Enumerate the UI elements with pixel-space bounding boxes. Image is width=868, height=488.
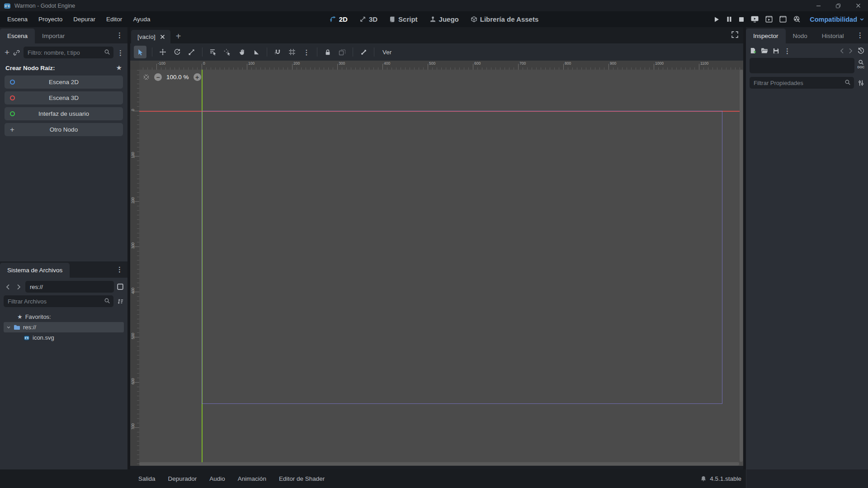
inspector-filter-input[interactable] [750, 77, 854, 89]
grid-snap-button[interactable] [287, 47, 297, 57]
list-select-button[interactable] [208, 47, 218, 57]
bottom-tab-shader-editor[interactable]: Editor de Shader [273, 475, 331, 482]
workspace-script[interactable]: Script [389, 15, 418, 23]
fs-sort-icon[interactable] [117, 298, 124, 305]
menu-editor[interactable]: Editor [101, 16, 127, 23]
instance-scene-icon[interactable] [13, 49, 20, 56]
move-mode-button[interactable] [158, 47, 168, 57]
inspector-menu-icon[interactable]: ⋮ [857, 32, 863, 38]
add-scene-tab-button[interactable]: + [176, 31, 181, 42]
fs-forward-icon[interactable] [14, 284, 23, 290]
play-custom-scene-button[interactable] [779, 16, 787, 23]
resource-menu-icon[interactable]: ⋮ [784, 47, 791, 54]
tab-nodo[interactable]: Nodo [786, 28, 815, 43]
tab-inspector[interactable]: Inspector [746, 28, 786, 43]
notification-bell-icon[interactable] [700, 475, 707, 482]
canvas-vertical-scrollbar[interactable] [740, 70, 743, 462]
close-tab-icon[interactable] [160, 34, 165, 39]
favorite-star-icon[interactable]: ★ [116, 64, 122, 72]
create-root-label: Crear Nodo Raíz: [5, 65, 116, 71]
pause-button[interactable] [726, 16, 732, 22]
bottom-tab-animacion[interactable]: Animación [231, 475, 273, 482]
resource-name-field[interactable] [750, 58, 854, 73]
fs-back-icon[interactable] [4, 284, 12, 290]
create-3d-scene-button[interactable]: Escena 3D [5, 91, 123, 104]
play-remote-button[interactable] [751, 16, 759, 23]
close-button[interactable] [848, 0, 868, 11]
favorites-row[interactable]: ★ Favoritos: [0, 312, 127, 322]
workspace-2d[interactable]: 2D [330, 15, 348, 23]
2d-icon [330, 16, 336, 23]
fs-path-field[interactable]: res:// [25, 281, 114, 293]
history-forward-icon[interactable] [849, 48, 853, 54]
scale-mode-button[interactable] [187, 47, 197, 57]
scene-tab-vacio[interactable]: [vacío] [131, 30, 170, 43]
menu-ayuda[interactable]: Ayuda [127, 16, 156, 23]
play-button[interactable] [713, 16, 720, 23]
tab-sistema-de-archivos[interactable]: Sistema de Archivos [0, 263, 70, 278]
zoom-in-button[interactable]: + [193, 73, 201, 81]
filesystem-dock-tabstrip: Sistema de Archivos ⋮ [0, 261, 127, 278]
history-back-icon[interactable] [840, 48, 844, 54]
create-2d-scene-button[interactable]: Escena 2D [5, 76, 123, 89]
menu-depurar[interactable]: Depurar [68, 16, 101, 23]
workspace-juego[interactable]: Juego [429, 15, 459, 23]
tab-historial[interactable]: Historial [815, 28, 851, 43]
menu-escena[interactable]: Escena [2, 16, 33, 23]
menu-proyecto[interactable]: Proyecto [33, 16, 68, 23]
view-menu[interactable]: Ver [380, 49, 394, 56]
chevron-down-icon[interactable] [6, 325, 11, 330]
new-resource-icon[interactable] [750, 47, 756, 54]
load-resource-icon[interactable] [761, 47, 768, 54]
version-label[interactable]: 4.5.1.stable [710, 475, 741, 482]
tab-importar[interactable]: Importar [35, 28, 72, 43]
minimize-button[interactable] [808, 0, 828, 11]
viewport-canvas[interactable]: − 100.0 % + [139, 70, 743, 466]
workspace-3d[interactable]: 3D [359, 15, 377, 23]
add-node-button[interactable]: + [5, 49, 9, 56]
left-dock-column: Escena Importar ⋮ + ⋮ Crear Nodo Raíz: ★… [0, 27, 127, 469]
search-icon [104, 49, 110, 55]
open-docs-icon[interactable]: DOC [857, 58, 864, 69]
fs-filter-input[interactable] [4, 295, 113, 307]
search-icon [844, 79, 851, 85]
scene-tree-menu-icon[interactable]: ⋮ [117, 49, 124, 56]
snap-options-menu-icon[interactable]: ⋮ [302, 47, 311, 57]
bottom-tab-salida[interactable]: Salida [132, 475, 162, 482]
bottom-tab-depurador[interactable]: Depurador [162, 475, 203, 482]
tab-escena[interactable]: Escena [0, 28, 35, 43]
lock-node-button[interactable] [323, 47, 333, 57]
center-view-icon[interactable] [143, 74, 150, 81]
bottom-tab-audio[interactable]: Audio [203, 475, 231, 482]
filesystem-menu-icon[interactable]: ⋮ [116, 266, 123, 273]
restore-button[interactable] [828, 0, 848, 11]
fs-split-mode-icon[interactable] [117, 283, 124, 290]
expand-viewport-icon[interactable] [731, 31, 739, 38]
object-history-icon[interactable] [857, 47, 864, 54]
create-other-node-button[interactable]: + Otro Nodo [5, 123, 123, 136]
group-node-button[interactable] [337, 47, 347, 57]
icon-svg-row[interactable]: icon.svg [0, 332, 127, 343]
skeleton-options-button[interactable] [359, 47, 368, 57]
scene-filter-input[interactable] [24, 47, 113, 58]
zoom-level[interactable]: 100.0 % [166, 74, 189, 81]
scene-dock-menu-icon[interactable]: ⋮ [116, 32, 123, 38]
property-tune-icon[interactable] [858, 80, 864, 86]
save-resource-icon[interactable] [773, 47, 779, 54]
create-ui-scene-button[interactable]: Interfaz de usuario [5, 107, 123, 120]
select-mode-button[interactable] [134, 46, 146, 58]
viewport-toolbar: ⋮ Ver [130, 43, 743, 61]
rotate-mode-button[interactable] [172, 47, 182, 57]
smart-snap-button[interactable] [273, 47, 283, 57]
ruler-mode-button[interactable] [251, 47, 261, 57]
renderer-dropdown[interactable]: Compatibilidad [810, 16, 864, 23]
res-root-row[interactable]: res:// [4, 322, 124, 332]
workspace-assetlib[interactable]: Librería de Assets [471, 15, 539, 23]
pick-pivot-button[interactable] [222, 47, 232, 57]
movie-maker-button[interactable] [793, 16, 800, 23]
play-scene-button[interactable] [765, 16, 773, 23]
zoom-out-button[interactable]: − [154, 73, 162, 81]
stop-button[interactable] [739, 17, 744, 22]
canvas-horizontal-scrollbar[interactable] [139, 462, 739, 465]
pan-mode-button[interactable] [237, 47, 247, 57]
